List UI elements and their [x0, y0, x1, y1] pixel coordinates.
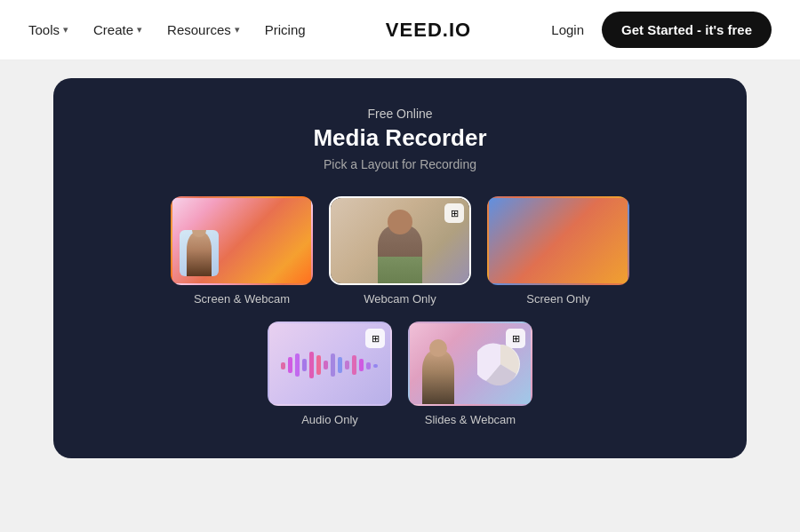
- site-logo: VEED.IO: [386, 19, 471, 42]
- svg-rect-6: [324, 361, 328, 369]
- slides-pie-chart: [477, 341, 524, 387]
- svg-rect-11: [359, 359, 364, 371]
- audio-only-thumb: ⊞: [268, 322, 392, 406]
- layout-screen-only[interactable]: Screen Only: [487, 196, 629, 306]
- waveform-svg: [281, 346, 379, 382]
- layout-top-row: Screen & Webcam ⊞ Webcam On: [171, 196, 629, 306]
- create-label: Create: [93, 22, 133, 37]
- nav-tools[interactable]: Tools ▾: [28, 22, 68, 37]
- nav-pricing[interactable]: Pricing: [265, 22, 306, 37]
- layout-bottom-row: ⊞: [268, 322, 532, 426]
- get-started-button[interactable]: Get Started - it's free: [602, 12, 772, 48]
- slides-person: [417, 333, 460, 404]
- recorder-card: Free Online Media Recorder Pick a Layout…: [53, 78, 747, 458]
- svg-rect-4: [309, 352, 314, 378]
- navbar: Tools ▾ Create ▾ Resources ▾ Pricing VEE…: [0, 0, 800, 60]
- audio-corner-icon: ⊞: [365, 329, 385, 348]
- recorder-subtitle: Pick a Layout for Recording: [324, 157, 476, 171]
- svg-rect-8: [338, 357, 342, 373]
- svg-rect-0: [281, 362, 285, 369]
- slides-webcam-thumb: ⊞: [408, 322, 532, 406]
- layout-slides-webcam[interactable]: ⊞ Slides &: [408, 322, 532, 426]
- screen-only-thumb: [487, 196, 629, 285]
- resources-chevron-icon: ▾: [235, 24, 240, 36]
- pricing-label: Pricing: [265, 22, 306, 37]
- svg-rect-5: [316, 355, 321, 375]
- webcam-only-thumb: ⊞: [329, 196, 471, 285]
- svg-rect-3: [302, 359, 307, 371]
- nav-left: Tools ▾ Create ▾ Resources ▾ Pricing: [28, 22, 306, 37]
- svg-rect-2: [295, 353, 300, 377]
- svg-rect-12: [366, 362, 371, 369]
- audio-only-label: Audio Only: [301, 413, 358, 426]
- create-chevron-icon: ▾: [137, 24, 142, 36]
- layout-audio-only[interactable]: ⊞: [268, 322, 392, 426]
- svg-rect-1: [288, 357, 292, 373]
- webcam-pip: [180, 230, 219, 276]
- screen-webcam-thumb: [171, 196, 313, 285]
- login-button[interactable]: Login: [551, 22, 584, 37]
- screen-webcam-label: Screen & Webcam: [194, 292, 290, 306]
- main-content: Free Online Media Recorder Pick a Layout…: [0, 60, 800, 532]
- svg-rect-9: [345, 361, 349, 369]
- layout-webcam-only[interactable]: ⊞ Webcam Only: [329, 196, 471, 306]
- resources-label: Resources: [167, 22, 231, 37]
- svg-rect-13: [373, 364, 378, 368]
- layout-screen-webcam[interactable]: Screen & Webcam: [171, 196, 313, 306]
- recorder-title-big: Media Recorder: [313, 124, 486, 152]
- webcam-person-shape: [369, 205, 431, 283]
- screen-only-label: Screen Only: [526, 292, 590, 306]
- slides-webcam-label: Slides & Webcam: [425, 413, 516, 426]
- recorder-title-small: Free Online: [367, 107, 432, 121]
- nav-create[interactable]: Create ▾: [93, 22, 142, 37]
- tools-chevron-icon: ▾: [63, 24, 68, 36]
- svg-rect-10: [352, 355, 356, 375]
- svg-rect-7: [331, 353, 335, 377]
- webcam-only-label: Webcam Only: [364, 292, 436, 306]
- nav-right: Login Get Started - it's free: [551, 12, 772, 48]
- tools-label: Tools: [28, 22, 60, 37]
- nav-resources[interactable]: Resources ▾: [167, 22, 240, 37]
- webcam-corner-icon: ⊞: [444, 203, 464, 223]
